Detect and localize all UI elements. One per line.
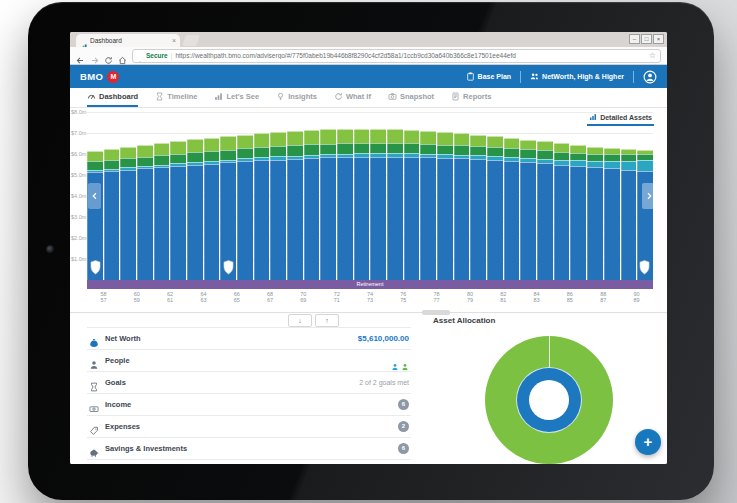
stacked-bar[interactable] xyxy=(354,129,370,280)
stacked-bar[interactable] xyxy=(170,141,186,280)
stacked-bar[interactable] xyxy=(604,148,620,280)
stacked-bar[interactable] xyxy=(320,129,336,280)
bar-segment-dark-green-assets xyxy=(187,152,203,162)
stacked-bar[interactable] xyxy=(520,140,536,280)
bar-segment-blue-assets xyxy=(604,168,620,280)
bookmark-star-icon[interactable]: ☆ xyxy=(649,52,656,60)
bar-segment-dark-green-assets xyxy=(87,161,103,169)
stacked-bar[interactable] xyxy=(504,138,520,280)
bar-segment-blue-assets xyxy=(504,161,520,280)
add-button[interactable]: + xyxy=(635,429,661,455)
stacked-bar[interactable] xyxy=(204,138,220,280)
bar-segment-dark-green-assets xyxy=(137,157,153,166)
panel-drag-handle[interactable] xyxy=(422,310,450,315)
tab-snapshot[interactable]: Snapshot xyxy=(388,88,434,107)
y-axis-label: $3.0m xyxy=(71,214,86,220)
forward-button[interactable] xyxy=(90,51,99,60)
summary-row-goals[interactable]: Goals2 of 2 goals met xyxy=(87,372,411,394)
stacked-bar[interactable] xyxy=(154,143,170,280)
people-icon xyxy=(89,356,99,366)
stacked-bar[interactable] xyxy=(237,135,253,280)
bar-segment-blue-assets xyxy=(487,160,503,280)
stacked-bar[interactable] xyxy=(220,136,236,280)
tab-timeline[interactable]: Timeline xyxy=(155,88,197,107)
stacked-bar[interactable] xyxy=(437,132,453,280)
bar-segment-dark-green-assets xyxy=(504,148,520,157)
scroll-right-button[interactable] xyxy=(642,183,655,209)
summary-row-taxes[interactable]: Taxes1 xyxy=(87,460,411,464)
tab-label: Reports xyxy=(463,92,491,101)
browser-tab[interactable]: Dashboard × xyxy=(76,34,180,47)
age-pair-label: 7069 xyxy=(287,291,320,303)
bar-segment-blue-assets xyxy=(287,159,303,280)
home-button[interactable] xyxy=(118,51,127,60)
app-header: BMO M Base Plan NetWorth, High & Higher xyxy=(70,65,667,88)
y-axis-label: $7.0m xyxy=(71,130,86,136)
bar-segment-dark-green-assets xyxy=(487,147,503,156)
tab-label: Dashboard xyxy=(99,92,138,101)
age-bottom: 67 xyxy=(254,297,287,303)
stacked-bar[interactable] xyxy=(137,145,153,280)
reload-button[interactable] xyxy=(104,51,113,60)
stacked-bar[interactable] xyxy=(337,129,353,280)
summary-row-net-worth[interactable]: Net Worth$5,610,000.00 xyxy=(87,328,411,350)
stacked-bar[interactable] xyxy=(270,132,286,280)
tab-what-if[interactable]: What If xyxy=(334,88,371,107)
minimize-button[interactable]: – xyxy=(629,34,640,44)
scroll-left-button[interactable] xyxy=(88,183,101,209)
stacked-bar[interactable] xyxy=(104,149,120,280)
back-button[interactable] xyxy=(76,51,85,60)
goals-status-text: 2 of 2 goals met xyxy=(359,379,409,386)
tab-reports[interactable]: Reports xyxy=(451,88,491,107)
stacked-bar-plot xyxy=(87,108,653,280)
row-label: Income xyxy=(105,400,131,409)
net-worth-value: $5,610,000.00 xyxy=(358,334,409,343)
stacked-bar[interactable] xyxy=(554,143,570,280)
stacked-bar[interactable] xyxy=(287,131,303,280)
stacked-bar[interactable] xyxy=(304,130,320,280)
summary-row-savings-investments[interactable]: Savings & Investments6 xyxy=(87,438,411,460)
base-plan-button[interactable]: Base Plan xyxy=(466,72,511,81)
stacked-bar[interactable] xyxy=(454,133,470,280)
stacked-bar[interactable] xyxy=(470,135,486,280)
tab-close-icon[interactable]: × xyxy=(172,37,176,44)
new-tab-button[interactable] xyxy=(182,35,200,46)
stacked-bar[interactable] xyxy=(404,130,420,280)
bar-segment-light-green-assets xyxy=(404,130,420,143)
stacked-bar[interactable] xyxy=(187,139,203,280)
bar-segment-blue-assets xyxy=(537,163,553,280)
summary-row-income[interactable]: Income6 xyxy=(87,394,411,416)
tab-let-s-see[interactable]: Let's See xyxy=(214,88,259,107)
bar-segment-dark-green-assets xyxy=(554,152,570,160)
bar-segment-blue-assets xyxy=(470,159,486,280)
bar-segment-blue-assets xyxy=(554,165,570,281)
stacked-bar[interactable] xyxy=(370,129,386,280)
bar-segment-dark-green-assets xyxy=(220,150,236,160)
close-button[interactable]: × xyxy=(653,34,664,44)
sort-down-button[interactable]: ↓ xyxy=(288,314,312,327)
age-pair-label: 7877 xyxy=(420,291,453,303)
stacked-bar[interactable] xyxy=(487,136,503,280)
stacked-bar[interactable] xyxy=(621,149,637,280)
tab-dashboard[interactable]: Dashboard xyxy=(87,88,138,107)
address-bar[interactable]: Secure | https://wealthpath.bmo.com/advi… xyxy=(132,49,661,63)
stacked-bar[interactable] xyxy=(120,147,136,280)
stacked-bar[interactable] xyxy=(420,131,436,280)
scenario-button[interactable]: NetWorth, High & Higher xyxy=(530,72,624,81)
summary-row-people[interactable]: People xyxy=(87,350,411,372)
age-bottom: 65 xyxy=(220,297,253,303)
maximize-button[interactable]: □ xyxy=(641,34,652,44)
bar-segment-teal-assets xyxy=(604,161,620,168)
document-icon xyxy=(451,92,460,101)
stacked-bar[interactable] xyxy=(254,133,270,280)
bar-segment-dark-green-assets xyxy=(470,146,486,155)
summary-row-expenses[interactable]: Expenses2 xyxy=(87,416,411,438)
stacked-bar[interactable] xyxy=(587,147,603,280)
stacked-bar[interactable] xyxy=(387,129,403,280)
sort-up-button[interactable]: ↑ xyxy=(315,314,339,327)
stacked-bar[interactable] xyxy=(537,141,553,280)
stacked-bar[interactable] xyxy=(570,145,586,280)
profile-icon[interactable] xyxy=(643,70,657,84)
age-pair-label: 6665 xyxy=(220,291,253,303)
tab-insights[interactable]: Insights xyxy=(276,88,317,107)
